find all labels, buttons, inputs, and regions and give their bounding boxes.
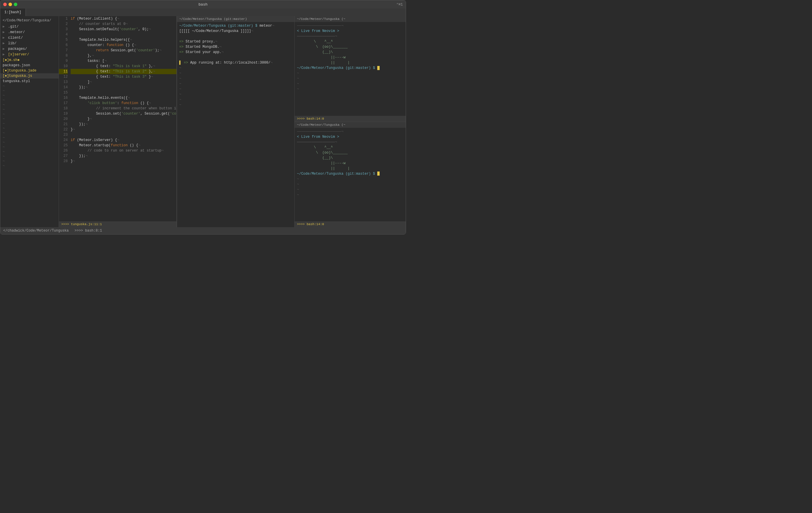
terminal-pane: ~/Code/Meteor/Tunguska (git:master) ~/Co…: [177, 16, 295, 227]
titlebar: bash ⌃⌘1: [0, 0, 406, 8]
right-top-line: \ ^__^: [297, 39, 403, 44]
sidebar-item-lib[interactable]: ▶ lib/: [0, 40, 59, 46]
tilde-filler: ~: [0, 112, 59, 117]
editor-status-text: >>>> tunguska.js:11:1: [61, 223, 102, 226]
tab-bash[interactable]: 1:[bash]: [0, 8, 26, 16]
code-line: return Session.get('counter');¬: [71, 48, 176, 53]
terminal-content[interactable]: ~/Code/Meteor/Tunguska (git:master) $ me…: [177, 22, 295, 227]
tilde-filler: ~: [0, 103, 59, 107]
sidebar-item-tunguska-styl[interactable]: tunguska.styl: [0, 79, 59, 84]
line-num: 4: [59, 32, 68, 37]
tilde-filler: ~: [0, 121, 59, 126]
line-num: 5: [59, 37, 68, 42]
right-top-line: ~/Code/Meteor/Tunguska (git:master) $: [297, 65, 403, 70]
sidebar-item-packages-json[interactable]: packages.json: [0, 63, 59, 68]
terminal-line: [179, 34, 292, 39]
arrow-icon: ▶: [3, 47, 7, 51]
sidebar-item-git[interactable]: ▶ .git/: [0, 24, 59, 29]
arrow-icon: ▶: [3, 25, 7, 29]
tab-bar: 1:[bash]: [0, 8, 406, 16]
tilde-filler: ~: [179, 102, 292, 108]
terminal-header: ~/Code/Meteor/Tunguska (git:master): [177, 16, 295, 22]
tilde-filler: ~: [0, 107, 59, 112]
right-bottom-content[interactable]: —————————————————————¬ < Live from Neovi…: [295, 128, 406, 222]
tilde-filler: ~: [0, 131, 59, 136]
tilde-filler: ~: [179, 97, 292, 102]
terminal-line: ▌ => App running at: http://localhost:30…: [179, 60, 292, 65]
code-line-highlight: { text: "This is task 2" },¬: [71, 69, 176, 74]
right-top-line: ||----w: [297, 55, 403, 60]
code-line: [71, 32, 176, 37]
code-line: tasks: [¬: [71, 58, 176, 64]
line-num: 16: [59, 95, 68, 101]
tilde-filler: ~: [0, 154, 59, 159]
tilde-filler: ~: [179, 86, 292, 92]
tilde-filler: ~: [297, 187, 403, 192]
sidebar-item-meteor[interactable]: ▶ .meteor/: [0, 29, 59, 35]
arrow-icon: ▶: [3, 36, 7, 40]
line-num: 1: [59, 16, 68, 21]
line-num: 20: [59, 116, 68, 122]
code-line: if (Meteor.isClient) {¬: [71, 16, 176, 21]
line-num: 17: [59, 101, 68, 106]
tilde-filler: ~: [297, 176, 403, 182]
line-num: 24: [59, 138, 68, 143]
line-num: 26: [59, 148, 68, 153]
line-num: 9: [59, 58, 68, 64]
tilde-filler: ~: [0, 149, 59, 154]
right-bottom-line: < Live from Neovim >: [297, 134, 403, 140]
right-bottom-header: ~/Code/Meteor/Tunguska (~: [295, 122, 406, 128]
code-line: }¬: [71, 116, 176, 122]
sidebar-header: </Code/Meteor/Tunguska/: [0, 17, 59, 24]
line-numbers: 1 2 3 4 5 6 7 8 9 10 11 12 13: [59, 16, 69, 221]
line-num: 2: [59, 21, 68, 27]
sidebar-item-packages[interactable]: ▶ packages/: [0, 46, 59, 52]
minimize-button[interactable]: [8, 3, 12, 6]
code-line: if (Meteor.isServer) {¬: [71, 138, 176, 143]
code-line: Session.setDefault('counter', 0);¬: [71, 27, 176, 32]
line-num: 27: [59, 153, 68, 159]
arrow-icon: ▶: [3, 53, 7, 57]
bottom-status-bar: </chadwick/Code/Meteor/Tunguska >>>> bas…: [0, 227, 406, 234]
tilde-filler: ~: [0, 98, 59, 103]
line-num: 15: [59, 90, 68, 95]
right-top-line: —————————————————————¬: [297, 23, 403, 28]
line-num: 12: [59, 74, 68, 80]
close-button[interactable]: [3, 3, 7, 6]
main-content: </Code/Meteor/Tunguska/ ▶ .git/ ▶ .meteo…: [0, 16, 406, 227]
right-top-line: || |: [297, 60, 403, 65]
tilde-filler: ~: [0, 140, 59, 145]
sidebar-item-tunguska-js[interactable]: [●]tunguska.js: [0, 73, 59, 79]
line-num: 10: [59, 64, 68, 69]
code-line: [71, 90, 176, 95]
right-top-line: ——————————————————¬: [297, 34, 403, 39]
code-line: counter: function () {¬: [71, 42, 176, 48]
tilde-filler: ~: [297, 192, 403, 198]
right-bottom-line: || |: [297, 166, 403, 171]
tilde-filler: ~: [297, 76, 403, 81]
code-line: Template.hello.helpers({¬: [71, 37, 176, 42]
code-content: if (Meteor.isClient) {¬ // counter start…: [69, 16, 176, 221]
code-line: [71, 132, 176, 138]
right-bottom-pane: ~/Code/Meteor/Tunguska (~ ——————————————…: [295, 122, 406, 227]
main-window: bash ⌃⌘1 1:[bash] </Code/Meteor/Tunguska…: [0, 0, 406, 234]
sidebar-item-server[interactable]: ▶ [x]server/: [0, 52, 59, 57]
line-num: 13: [59, 80, 68, 85]
right-top-line: < Live from Neovim >: [297, 28, 403, 34]
right-top-header: ~/Code/Meteor/Tunguska (~: [295, 16, 406, 22]
line-num-highlight: 11: [59, 69, 68, 74]
terminal-line: [[[[[ ~/Code/Meteor/Tunguska ]]]]]¬: [179, 28, 292, 34]
editor-content[interactable]: 1 2 3 4 5 6 7 8 9 10 11 12 13: [59, 16, 176, 221]
code-line: // counter starts at 0¬: [71, 21, 176, 27]
sidebar-item-client[interactable]: ▶ client/: [0, 35, 59, 40]
sidebar-item-tunguska-jade[interactable]: [●]tunguska.jade: [0, 68, 59, 73]
sidebar-item-msh[interactable]: [✱]m.sh✱: [0, 57, 59, 63]
tilde-filler: ~: [0, 145, 59, 149]
code-line: { text: "This is task 3" }¬: [71, 74, 176, 80]
line-num: 18: [59, 106, 68, 111]
maximize-button[interactable]: [14, 3, 17, 6]
right-top-content[interactable]: —————————————————————¬ < Live from Neovi…: [295, 22, 406, 116]
shortcut-label: ⌃⌘1: [396, 2, 403, 7]
right-top-line: \ (oo)\_______: [297, 44, 403, 50]
tilde-filler: ~: [0, 84, 59, 88]
